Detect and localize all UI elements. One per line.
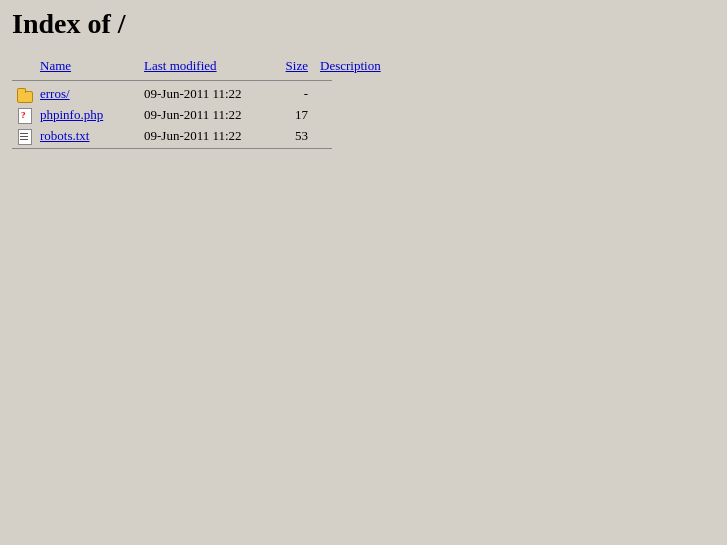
col-header-name[interactable]: Name <box>36 56 136 78</box>
file-modified: 09-Jun-2011 11:22 <box>136 104 276 125</box>
page-title: Index of / <box>12 8 715 40</box>
file-link[interactable]: robots.txt <box>40 128 89 143</box>
col-header-size[interactable]: Size <box>276 56 316 78</box>
folder-icon <box>16 86 32 102</box>
table-row: robots.txt09-Jun-2011 11:2253 <box>12 125 396 146</box>
file-modified: 09-Jun-2011 11:22 <box>136 125 276 146</box>
file-size: 17 <box>276 104 316 125</box>
file-link[interactable]: phpinfo.php <box>40 107 103 122</box>
col-header-modified[interactable]: Last modified <box>136 56 276 78</box>
table-row: phpinfo.php09-Jun-2011 11:2217 <box>12 104 396 125</box>
file-description <box>316 104 396 125</box>
col-header-description[interactable]: Description <box>316 56 396 78</box>
table-header: Name Last modified Size Description <box>12 56 396 78</box>
file-modified: 09-Jun-2011 11:22 <box>136 83 276 104</box>
file-size: - <box>276 83 316 104</box>
file-link[interactable]: erros/ <box>40 86 70 101</box>
table-row: erros/09-Jun-2011 11:22- <box>12 83 396 104</box>
txt-icon <box>16 128 32 144</box>
php-icon <box>16 107 32 123</box>
file-description <box>316 83 396 104</box>
file-size: 53 <box>276 125 316 146</box>
file-description <box>316 125 396 146</box>
